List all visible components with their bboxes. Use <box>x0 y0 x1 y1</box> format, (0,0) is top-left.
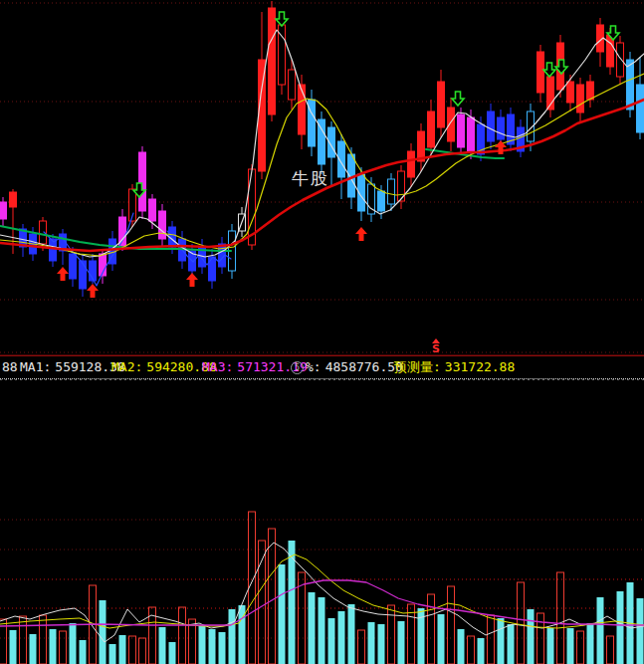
volume-bar <box>139 638 146 664</box>
volume-bar <box>169 642 176 664</box>
volume-bar <box>358 630 365 664</box>
volume-bar <box>309 592 316 664</box>
volume-bar <box>119 635 126 664</box>
candle-body <box>149 199 156 221</box>
candle-body <box>139 152 146 211</box>
candle-body <box>587 82 594 100</box>
candle-body <box>458 114 465 147</box>
candle-body <box>10 192 17 207</box>
volume-bar <box>348 604 355 664</box>
volume-bar <box>269 529 276 664</box>
volume-bar <box>547 628 554 664</box>
candle-body <box>498 117 505 139</box>
candle-body <box>567 82 574 103</box>
volume-bar <box>60 631 67 664</box>
volume-bar <box>398 621 405 664</box>
chart-canvas[interactable] <box>0 0 644 664</box>
volume-bar <box>20 616 27 664</box>
volume-bar <box>438 614 445 664</box>
candle-body <box>70 254 77 279</box>
volume-bar <box>80 640 87 664</box>
sell-arrow-icon <box>452 92 464 106</box>
watermark-label: 牛股 <box>292 167 329 190</box>
ma3-label: MA3: <box>202 359 233 374</box>
volume-bar <box>468 636 475 664</box>
volume-bar <box>388 605 395 664</box>
volume-bar <box>428 594 435 664</box>
sell-signal-marker: S <box>427 338 445 354</box>
sell-arrow-icon <box>543 63 555 77</box>
volume-bar <box>10 630 17 664</box>
volume-bar <box>637 598 644 664</box>
volume-bar <box>368 622 375 664</box>
candle-body <box>0 202 7 219</box>
candle-body <box>577 85 584 112</box>
volume-bar <box>557 572 564 664</box>
volume-bar <box>209 629 216 664</box>
circle-5-icon: 5 <box>291 361 304 374</box>
volume-bar <box>109 644 116 664</box>
percent-readout: 5%:4858776.50 <box>291 356 403 378</box>
volume-bar <box>478 638 485 664</box>
percent-label: %: <box>306 359 322 374</box>
volume-bar <box>518 582 525 664</box>
volume-bar <box>189 619 196 664</box>
candle-body <box>537 52 544 93</box>
volume-bar <box>587 623 594 664</box>
forecast-volume-label: 预测量: <box>394 359 441 374</box>
candle-body <box>388 179 395 204</box>
sell-arrow-icon <box>276 12 288 26</box>
candle-body <box>269 8 276 114</box>
buy-arrow-icon <box>186 273 198 287</box>
volume-bar <box>328 618 335 664</box>
candle-body <box>378 191 385 211</box>
ma2-readout: MA2:594280.88 <box>111 356 217 378</box>
volume-bar <box>70 623 77 664</box>
volume-bar <box>448 586 455 664</box>
volume-bar <box>488 615 495 664</box>
volume-bar <box>338 611 345 664</box>
candle-body <box>80 261 87 289</box>
volume-bar <box>577 631 584 664</box>
candle-body <box>637 85 644 132</box>
forecast-volume-value: 331722.88 <box>445 359 515 374</box>
volume-bar <box>458 629 465 664</box>
candle-body <box>289 70 296 100</box>
candle-body <box>40 221 47 244</box>
candle-body <box>159 211 166 239</box>
volume-bar <box>129 636 136 664</box>
candle-body <box>627 60 634 110</box>
buy-arrow-icon <box>57 267 69 281</box>
buy-arrow-icon <box>355 227 367 241</box>
ma1-readout: MA1:559128.38 <box>20 356 125 378</box>
volume-bar <box>617 591 624 664</box>
volume-bar <box>378 624 385 664</box>
candle-body <box>428 111 435 147</box>
volume-bar <box>159 627 166 664</box>
status-left-fragment: 88 <box>2 356 18 378</box>
forecast-volume-readout: 预测量:331722.88 <box>394 356 515 378</box>
volume-bar <box>508 624 515 664</box>
ma2-label: MA2: <box>111 359 142 374</box>
indicator-status-bar: 88 MA1:559128.38 MA2:594280.88 MA3:57132… <box>0 355 644 379</box>
stock-chart-screen: 牛股 S 88 MA1:559128.38 MA2:594280.88 MA3:… <box>0 0 644 664</box>
volume-bar <box>289 541 296 664</box>
candle-body <box>617 43 624 77</box>
volume-bar <box>498 618 505 664</box>
candle-body <box>209 257 216 281</box>
percent-value: 4858776.50 <box>325 359 403 374</box>
candle-body <box>488 111 495 141</box>
volume-bar <box>40 615 47 664</box>
volume-bar <box>179 607 186 664</box>
candle-body <box>438 82 445 127</box>
volume-bar <box>279 564 286 664</box>
candle-body <box>50 239 57 261</box>
volume-bar <box>607 636 614 664</box>
candle-body <box>299 85 306 134</box>
sell-marker-letter: S <box>427 343 445 354</box>
candle-body <box>468 117 475 151</box>
volume-bar <box>199 625 206 664</box>
candle-body <box>408 151 415 177</box>
volume-bar <box>567 628 574 664</box>
volume-bar <box>528 609 535 664</box>
